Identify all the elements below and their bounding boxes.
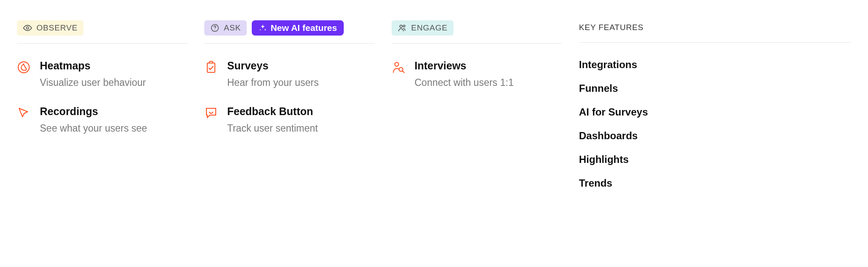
engage-tag[interactable]: ENGAGE — [392, 20, 453, 36]
key-features-label: KEY FEATURES — [579, 20, 644, 35]
surveys-title: Surveys — [227, 60, 319, 72]
ask-tag[interactable]: ASK — [204, 20, 247, 36]
ask-label: ASK — [224, 23, 241, 33]
engage-label: ENGAGE — [411, 23, 448, 33]
surveys-text: Surveys Hear from your users — [227, 60, 319, 88]
key-features-column: KEY FEATURES Integrations Funnels AI for… — [579, 20, 851, 201]
engage-column: ENGAGE Interviews Connect with users 1:1 — [392, 20, 579, 201]
feature-ai-surveys[interactable]: AI for Surveys — [579, 106, 851, 118]
ask-header: ASK New AI features — [204, 20, 375, 44]
feedback-item[interactable]: Feedback Button Track user sentiment — [204, 105, 375, 134]
observe-label: OBSERVE — [36, 23, 78, 33]
observe-tag[interactable]: OBSERVE — [17, 20, 83, 36]
ai-features-badge[interactable]: New AI features — [252, 20, 344, 36]
recordings-item[interactable]: Recordings See what your users see — [17, 105, 187, 134]
clipboard-check-icon — [204, 61, 218, 74]
recordings-title: Recordings — [40, 105, 147, 118]
recordings-text: Recordings See what your users see — [40, 105, 147, 134]
interviews-desc: Connect with users 1:1 — [415, 77, 514, 88]
observe-column: OBSERVE Heatmaps Visualize user behaviou… — [17, 20, 204, 201]
ask-column: ASK New AI features Surveys — [204, 20, 392, 201]
question-bubble-icon — [210, 23, 220, 33]
svg-rect-4 — [207, 63, 215, 72]
heatmap-icon — [17, 61, 31, 74]
engage-header: ENGAGE — [392, 20, 562, 44]
feature-highlights[interactable]: Highlights — [579, 154, 851, 165]
observe-header: OBSERVE — [17, 20, 187, 44]
users-icon — [398, 23, 407, 33]
heatmaps-desc: Visualize user behaviour — [40, 77, 146, 88]
cursor-icon — [17, 106, 31, 120]
svg-point-7 — [395, 63, 399, 66]
ai-badge-label: New AI features — [270, 23, 337, 33]
feedback-desc: Track user sentiment — [227, 123, 318, 134]
user-search-icon — [392, 61, 405, 74]
heatmaps-title: Heatmaps — [40, 60, 146, 72]
interviews-item[interactable]: Interviews Connect with users 1:1 — [392, 60, 562, 88]
feature-integrations[interactable]: Integrations — [579, 59, 851, 71]
svg-point-5 — [400, 25, 402, 28]
key-features-header: KEY FEATURES — [579, 20, 851, 43]
chat-smile-icon — [204, 106, 218, 120]
svg-point-0 — [26, 27, 29, 29]
interviews-title: Interviews — [415, 60, 514, 72]
feature-funnels[interactable]: Funnels — [579, 83, 851, 94]
heatmaps-item[interactable]: Heatmaps Visualize user behaviour — [17, 60, 187, 88]
key-features-list: Integrations Funnels AI for Surveys Dash… — [579, 59, 851, 189]
heatmaps-text: Heatmaps Visualize user behaviour — [40, 60, 146, 88]
interviews-text: Interviews Connect with users 1:1 — [415, 60, 514, 88]
svg-point-6 — [403, 25, 405, 27]
recordings-desc: See what your users see — [40, 123, 147, 134]
surveys-desc: Hear from your users — [227, 77, 319, 88]
surveys-item[interactable]: Surveys Hear from your users — [204, 60, 375, 88]
sparkle-icon — [259, 24, 267, 32]
feedback-title: Feedback Button — [227, 105, 318, 118]
eye-icon — [23, 23, 32, 33]
svg-point-3 — [214, 29, 215, 30]
feedback-text: Feedback Button Track user sentiment — [227, 105, 318, 134]
feature-trends[interactable]: Trends — [579, 177, 851, 189]
feature-dashboards[interactable]: Dashboards — [579, 130, 851, 142]
